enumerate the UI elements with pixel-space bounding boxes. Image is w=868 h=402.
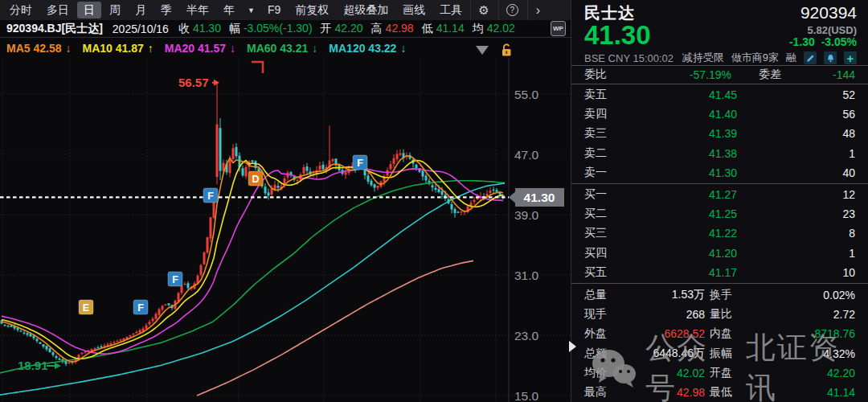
info-field-label: 幅 xyxy=(229,22,240,36)
stat-value: 0.02% xyxy=(761,289,855,302)
gear-icon[interactable]: ⚙ xyxy=(471,3,496,18)
bid-row[interactable]: 买二41.2523 xyxy=(584,204,855,224)
bid-row[interactable]: 买一41.2712 xyxy=(584,185,855,204)
unlock-icon[interactable] xyxy=(500,43,513,57)
plus-icon[interactable]: + xyxy=(844,51,857,64)
toolbar-item-F9[interactable]: F9 xyxy=(261,2,287,18)
toolbar-item-周[interactable]: 周 xyxy=(103,2,127,18)
svg-text:E: E xyxy=(83,302,89,314)
svg-text:41.30: 41.30 xyxy=(524,191,555,204)
ask-price: 41.39 xyxy=(629,127,737,140)
toolbar-item-超级叠加[interactable]: 超级叠加 xyxy=(337,2,395,18)
event-marker-F[interactable]: F xyxy=(203,188,218,203)
stat-row: 总额6448.46万振幅4.32% xyxy=(584,343,855,363)
stat-label: 量比 xyxy=(705,307,761,322)
tag-做市商9家: 做市商9家 xyxy=(731,51,779,65)
chevron-right-icon[interactable]: › xyxy=(528,3,548,18)
event-marker-D[interactable]: D xyxy=(248,171,263,186)
stats-grid: 总量1.53万换手0.02%现手268量比2.72外盘6628.52内盘8718… xyxy=(571,283,868,402)
panel-collapse-icon[interactable] xyxy=(569,341,576,352)
ma-label: MA60 43.21 xyxy=(247,42,308,55)
stat-label: 总额 xyxy=(584,347,623,361)
candlestick-chart[interactable]: 56.5718.91EFFFDF55.047.039.031.023.015.0… xyxy=(0,58,571,402)
toolbar-item-半年[interactable]: 半年 xyxy=(180,2,215,18)
stock-tags: 减持受限做市商9家融+ xyxy=(682,51,857,65)
ask-row[interactable]: 卖二41.381 xyxy=(584,144,855,163)
ma10-line xyxy=(2,161,503,359)
weicha-label: 委差 xyxy=(731,68,781,82)
stock-code: 920394 xyxy=(800,3,857,23)
ask-volume: 56 xyxy=(737,108,855,121)
candles xyxy=(1,82,505,366)
info-field-label: 低 xyxy=(422,22,433,36)
svg-text:47.0: 47.0 xyxy=(514,148,539,162)
ask-label: 卖一 xyxy=(584,166,629,180)
usd-price: 5.82(USD) xyxy=(789,24,857,36)
info-field-收: 收41.30 xyxy=(178,22,221,36)
toolbar-item-画线[interactable]: 画线 xyxy=(396,2,432,18)
ma60-line xyxy=(0,181,505,373)
ask-row[interactable]: 卖四41.4056 xyxy=(584,105,855,124)
toolbar-item-多日[interactable]: 多日 xyxy=(40,2,76,18)
ma-indicator-bar: MA5 42.58↓MA10 41.87↑MA20 41.57↓MA60 43.… xyxy=(0,39,571,58)
date-label: 2025/10/16 xyxy=(113,23,169,35)
toolbar-item-分时[interactable]: 分时 xyxy=(3,2,39,18)
bid-label: 买二 xyxy=(584,207,629,221)
stat-value: 6628.52 xyxy=(623,327,705,340)
help-icon-wrap: ? xyxy=(498,0,526,20)
ask-label: 卖五 xyxy=(584,88,629,102)
stat-value: 2.72 xyxy=(761,308,855,321)
info-field-value: 42.20 xyxy=(335,22,363,36)
event-marker-F[interactable]: F xyxy=(353,155,367,170)
event-marker-E[interactable]: E xyxy=(79,300,93,314)
toolbar-item-前复权[interactable]: 前复权 xyxy=(289,2,335,18)
stat-label: 内盘 xyxy=(705,326,761,341)
ask-label: 卖二 xyxy=(584,146,629,161)
help-icon[interactable]: ? xyxy=(506,4,518,16)
ask-volume: 52 xyxy=(737,88,855,101)
svg-text:55.0: 55.0 xyxy=(514,88,539,101)
ask-row[interactable]: 卖三41.3948 xyxy=(584,124,855,143)
stat-label: 换手 xyxy=(705,288,761,302)
bid-volume: 12 xyxy=(737,188,855,201)
stat-value: 42.98 xyxy=(623,386,705,399)
bid-row[interactable]: 买四41.201 xyxy=(584,244,855,263)
toolbar-item-月[interactable]: 月 xyxy=(129,2,153,18)
ask-volume: 1 xyxy=(737,147,855,160)
toolbar-item-季[interactable]: 季 xyxy=(154,2,178,18)
tag-融: 融 xyxy=(786,51,796,65)
bid-price: 41.27 xyxy=(629,188,737,201)
bid-label: 买四 xyxy=(584,246,629,260)
period-toolbar: 分时多日日周月季半年年▼F9前复权超级叠加画线工具⚙?› xyxy=(0,0,571,20)
info-field-value: 41.30 xyxy=(193,22,221,36)
svg-text:23.0: 23.0 xyxy=(514,329,539,343)
ask-price: 41.40 xyxy=(629,108,737,121)
ma-item-MA120: MA120 43.22↓ xyxy=(329,42,406,55)
ma-direction-arrow: ↓ xyxy=(400,42,406,55)
event-marker-F[interactable]: F xyxy=(168,272,182,286)
caret-down-icon[interactable]: ▼ xyxy=(243,6,260,15)
bid-price: 41.17 xyxy=(629,266,737,279)
chevron-down-icon[interactable] xyxy=(476,46,489,55)
ma-direction-arrow: ↑ xyxy=(148,42,154,55)
stat-row: 最高42.98最低41.14 xyxy=(584,383,855,402)
toolbar-item-日[interactable]: 日 xyxy=(77,2,101,18)
toolbar-item-年[interactable]: 年 xyxy=(217,2,241,18)
pencil-icon[interactable] xyxy=(804,51,817,64)
ask-row[interactable]: 卖五41.4552 xyxy=(584,85,855,105)
event-marker-F[interactable]: F xyxy=(133,300,148,314)
y-axis-labels: 55.047.039.031.023.015.0 xyxy=(514,88,539,402)
toolbar-item-工具[interactable]: 工具 xyxy=(433,2,469,18)
stat-row: 现手268量比2.72 xyxy=(584,305,855,324)
tag-减持受限: 减持受限 xyxy=(682,51,724,65)
drawing-corner-annotation[interactable] xyxy=(252,62,263,73)
ask-row[interactable]: 卖一41.3040 xyxy=(584,163,855,183)
info-field-幅: 幅-3.05%(-1.30) xyxy=(229,22,313,36)
ma-label: MA120 43.22 xyxy=(329,42,396,55)
info-field-均: 均42.02 xyxy=(473,22,515,36)
bid-label: 买一 xyxy=(584,187,629,202)
ma-label: MA20 41.57 xyxy=(165,42,226,55)
bid-row[interactable]: 买五41.1710 xyxy=(584,263,855,282)
bell-icon[interactable] xyxy=(824,51,837,64)
bid-row[interactable]: 买三41.228 xyxy=(584,224,855,243)
